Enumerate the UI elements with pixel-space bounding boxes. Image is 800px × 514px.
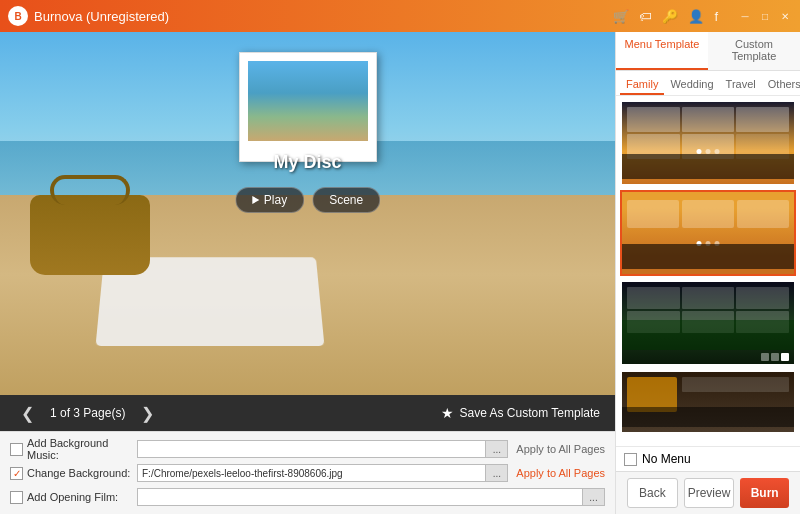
- basket-decoration: [30, 195, 210, 315]
- window-controls: ─ □ ✕: [738, 9, 792, 23]
- basket-handle: [50, 175, 130, 205]
- save-template-button[interactable]: ★ Save As Custom Template: [441, 405, 600, 421]
- opening-film-input[interactable]: [137, 488, 583, 506]
- change-bg-row: Change Background: ... Apply to All Page…: [10, 462, 605, 484]
- play-button[interactable]: Play: [235, 187, 304, 213]
- preview-canvas: My Disc Play Scene: [0, 32, 615, 395]
- tab-menu-template[interactable]: Menu Template: [616, 32, 708, 70]
- app-logo: B: [8, 6, 28, 26]
- titlebar-controls: 🛒 🏷 🔑 👤 f ─ □ ✕: [613, 9, 792, 24]
- main-layout: My Disc Play Scene ❮: [0, 32, 800, 514]
- no-menu-label: No Menu: [642, 452, 691, 466]
- opening-film-row: Add Opening Film: ...: [10, 486, 605, 508]
- change-bg-checkbox[interactable]: [10, 467, 23, 480]
- template-thumb-1: [622, 102, 794, 184]
- opening-film-label: Add Opening Film:: [27, 491, 137, 503]
- template-thumb-4: [622, 372, 794, 432]
- template-tabs: Menu Template Custom Template: [616, 32, 800, 71]
- template-item-2[interactable]: [620, 190, 796, 276]
- cart-icon[interactable]: 🛒: [613, 9, 629, 24]
- change-bg-label: Change Background:: [27, 467, 137, 479]
- template-item-4[interactable]: [620, 370, 796, 434]
- maximize-button[interactable]: □: [758, 9, 772, 23]
- bg-music-input[interactable]: [137, 440, 486, 458]
- close-button[interactable]: ✕: [778, 9, 792, 23]
- opening-film-browse-button[interactable]: ...: [583, 488, 605, 506]
- back-button[interactable]: Back: [627, 478, 678, 508]
- opening-film-checkbox[interactable]: [10, 491, 23, 504]
- stamp-container: [239, 52, 377, 162]
- disc-controls: Play Scene: [235, 187, 380, 213]
- app-title: Burnova (Unregistered): [34, 9, 613, 24]
- tmpl-silhouette-2: [622, 244, 794, 269]
- key-icon[interactable]: 🔑: [662, 9, 678, 24]
- options-bar: Add Background Music: ... Apply to All P…: [0, 431, 615, 514]
- play-icon: [252, 196, 259, 204]
- change-bg-apply-label[interactable]: Apply to All Pages: [516, 467, 605, 479]
- burn-button[interactable]: Burn: [740, 478, 789, 508]
- page-info: 1 of 3 Page(s): [50, 406, 125, 420]
- bg-music-apply-label: Apply to All Pages: [516, 443, 605, 455]
- template-list: [616, 96, 800, 446]
- cat-wedding[interactable]: Wedding: [664, 75, 719, 95]
- scene-button[interactable]: Scene: [312, 187, 380, 213]
- next-page-button[interactable]: ❯: [135, 402, 160, 425]
- title-bar: B Burnova (Unregistered) 🛒 🏷 🔑 👤 f ─ □ ✕: [0, 0, 800, 32]
- prev-page-button[interactable]: ❮: [15, 402, 40, 425]
- right-panel: Menu Template Custom Template Family Wed…: [615, 32, 800, 514]
- star-icon: ★: [441, 405, 454, 421]
- change-bg-browse-button[interactable]: ...: [486, 464, 508, 482]
- no-menu-checkbox[interactable]: [624, 453, 637, 466]
- bg-music-browse-button[interactable]: ...: [486, 440, 508, 458]
- tab-custom-template[interactable]: Custom Template: [708, 32, 800, 70]
- basket-shape: [30, 195, 150, 275]
- stamp-photo: [248, 61, 368, 141]
- template-item-1[interactable]: [620, 100, 796, 186]
- bg-music-label: Add Background Music:: [27, 437, 137, 461]
- category-tabs: Family Wedding Travel Others ▶: [616, 71, 800, 96]
- cat-family[interactable]: Family: [620, 75, 664, 95]
- disc-title: My Disc: [273, 152, 341, 173]
- nav-bar: ❮ 1 of 3 Page(s) ❯ ★ Save As Custom Temp…: [0, 395, 615, 431]
- tmpl-cell: [627, 107, 680, 132]
- template-thumb-2: [622, 192, 794, 274]
- preview-button[interactable]: Preview: [684, 478, 735, 508]
- bg-music-checkbox[interactable]: [10, 443, 23, 456]
- tmpl-cell: [736, 107, 789, 132]
- template-thumb-3: [622, 282, 794, 364]
- no-menu-row: No Menu: [616, 446, 800, 471]
- fb-icon[interactable]: f: [714, 9, 718, 24]
- change-bg-input[interactable]: [137, 464, 486, 482]
- preview-panel: My Disc Play Scene ❮: [0, 32, 615, 514]
- action-buttons: Back Preview Burn: [616, 471, 800, 514]
- cat-others[interactable]: Others: [762, 75, 800, 95]
- cat-travel[interactable]: Travel: [720, 75, 762, 95]
- template-item-3[interactable]: [620, 280, 796, 366]
- bg-music-row: Add Background Music: ... Apply to All P…: [10, 438, 605, 460]
- user-icon[interactable]: 👤: [688, 9, 704, 24]
- tmpl-cell: [682, 107, 735, 132]
- tag-icon[interactable]: 🏷: [639, 9, 652, 24]
- minimize-button[interactable]: ─: [738, 9, 752, 23]
- tmpl-silhouette-1: [622, 154, 794, 179]
